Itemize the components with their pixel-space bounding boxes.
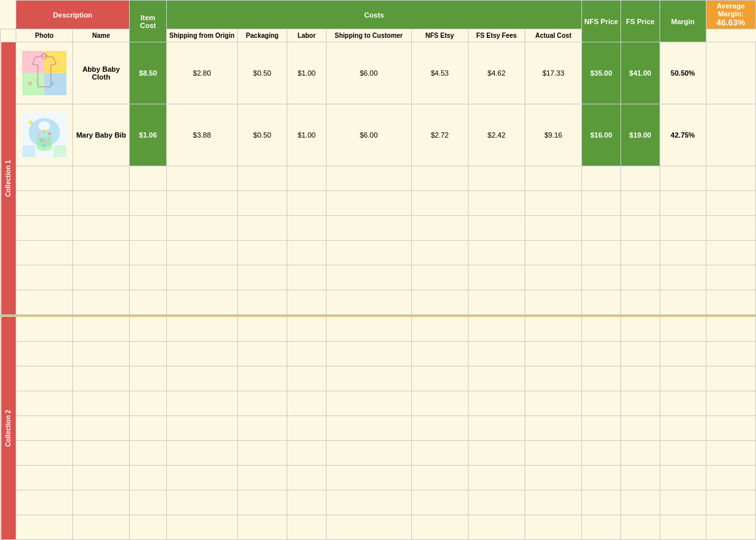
empty-row-c2-4 [1, 391, 756, 416]
nfs-etsy-mary[interactable]: $2.72 [411, 104, 468, 166]
header-shipping-origin: Shipping from Origin [166, 29, 237, 42]
shipping-origin-abby[interactable]: $2.80 [166, 42, 237, 104]
packaging-abby[interactable]: $0.50 [237, 42, 287, 104]
header-description: Description [16, 1, 129, 29]
shipping-origin-mary[interactable]: $3.88 [166, 104, 237, 166]
svg-point-17 [43, 130, 46, 133]
margin-mary[interactable]: 42.75% [660, 104, 706, 166]
svg-point-21 [43, 144, 46, 147]
spreadsheet: Description Item Cost Costs NFS Price FS… [0, 0, 756, 540]
svg-rect-3 [22, 73, 44, 95]
sub-collection-spacer [1, 29, 16, 42]
avg-margin-label: Average Margin: [708, 2, 753, 18]
header-margin: Margin [660, 1, 706, 42]
fs-price-mary[interactable]: $19.00 [620, 104, 660, 166]
collection-1-label: Collection 1 [1, 42, 16, 315]
nfs-price-mary[interactable]: $16.00 [582, 104, 621, 166]
empty-row-c2-6 [1, 441, 756, 466]
header-nfs-etsy: NFS Etsy [411, 29, 468, 42]
avg-margin-value: 46.63% [708, 18, 753, 27]
svg-point-10 [35, 79, 38, 82]
header-costs: Costs [166, 1, 581, 29]
header-labor: Labor [287, 29, 327, 42]
fs-fees-mary[interactable]: $2.42 [468, 104, 525, 166]
svg-point-20 [46, 140, 49, 143]
empty-row-c1-4 [1, 241, 756, 265]
item-cost-mary[interactable]: $1.06 [130, 104, 167, 166]
main-header-row: Description Item Cost Costs NFS Price FS… [1, 1, 756, 29]
header-fs-price: FS Price [620, 1, 660, 42]
empty-row-c1-6 [1, 290, 756, 315]
empty-row-c2-3 [1, 367, 756, 391]
svg-point-12 [57, 77, 59, 80]
empty-row-c2-1: Collection 2 [1, 317, 756, 342]
shipping-customer-abby[interactable]: $6.00 [326, 42, 411, 104]
header-packaging: Packaging [237, 29, 287, 42]
collection-2-label: Collection 2 [1, 317, 16, 540]
empty-cost [130, 166, 167, 191]
labor-mary[interactable]: $1.00 [287, 104, 327, 166]
svg-rect-24 [53, 145, 66, 157]
header-fs-fees: FS Etsy Fees [468, 29, 525, 42]
svg-point-11 [50, 82, 54, 85]
table-row: Mary Baby Bib $1.06 $3.88 $0.50 $1.00 $6… [1, 104, 756, 166]
svg-rect-23 [22, 145, 35, 157]
fs-fees-abby[interactable]: $4.62 [468, 42, 525, 104]
name-abby: Abby Baby Cloth [73, 42, 130, 104]
empty-row-c1-2 [1, 191, 756, 216]
svg-point-18 [48, 132, 51, 136]
margin-abby[interactable]: 50.50% [660, 42, 706, 104]
empty-fp [620, 166, 660, 191]
empty-row-c2-2 [1, 342, 756, 367]
empty-name [73, 166, 130, 191]
empty-photo [16, 166, 72, 191]
item-cost-abby[interactable]: $8.50 [130, 42, 167, 104]
actual-cost-mary[interactable]: $9.16 [525, 104, 581, 166]
header-photo: Photo [16, 29, 72, 42]
avg-margin-mary [706, 104, 755, 166]
labor-abby[interactable]: $1.00 [287, 42, 327, 104]
fs-price-abby[interactable]: $41.00 [620, 42, 660, 104]
empty-ac [525, 166, 581, 191]
empty-row-c2-9 [1, 515, 756, 540]
empty-row-c1-1 [1, 166, 756, 191]
empty-am [706, 166, 755, 191]
collection-spacer [1, 1, 16, 29]
svg-point-9 [28, 82, 32, 85]
header-actual-cost: Actual Cost [525, 29, 581, 42]
actual-cost-abby[interactable]: $17.33 [525, 42, 581, 104]
photo-abby [22, 51, 66, 95]
empty-row-c2-5 [1, 416, 756, 441]
empty-sc [326, 166, 411, 191]
svg-point-16 [38, 132, 41, 136]
empty-mg [660, 166, 706, 191]
empty-pk [237, 166, 287, 191]
photo-mary [22, 113, 66, 157]
packaging-mary[interactable]: $0.50 [237, 104, 287, 166]
empty-lb [287, 166, 327, 191]
avg-margin-abby [706, 42, 755, 104]
nfs-etsy-abby[interactable]: $4.53 [411, 42, 468, 104]
name-mary: Mary Baby Bib [73, 104, 130, 166]
empty-row-c2-8 [1, 490, 756, 515]
svg-point-19 [40, 139, 44, 142]
empty-row-c2-7 [1, 466, 756, 490]
svg-rect-4 [44, 73, 66, 95]
nfs-price-abby[interactable]: $35.00 [582, 42, 621, 104]
header-avg-margin: Average Margin: 46.63% [706, 1, 755, 29]
empty-row-c1-5 [1, 265, 756, 290]
header-nfs-price: NFS Price [582, 1, 621, 42]
header-name: Name [73, 29, 130, 42]
empty-so [166, 166, 237, 191]
empty-np [582, 166, 621, 191]
shipping-customer-mary[interactable]: $6.00 [326, 104, 411, 166]
header-item-cost: Item Cost [130, 1, 167, 42]
photo-cell-mary [16, 104, 72, 166]
photo-cell-abby [16, 42, 72, 104]
svg-point-15 [38, 121, 50, 130]
table-row: Collection 1 [1, 42, 756, 104]
empty-row-c1-3 [1, 216, 756, 241]
empty-ff [468, 166, 525, 191]
header-shipping-customer: Shipping to Customer [326, 29, 411, 42]
empty-ne [411, 166, 468, 191]
